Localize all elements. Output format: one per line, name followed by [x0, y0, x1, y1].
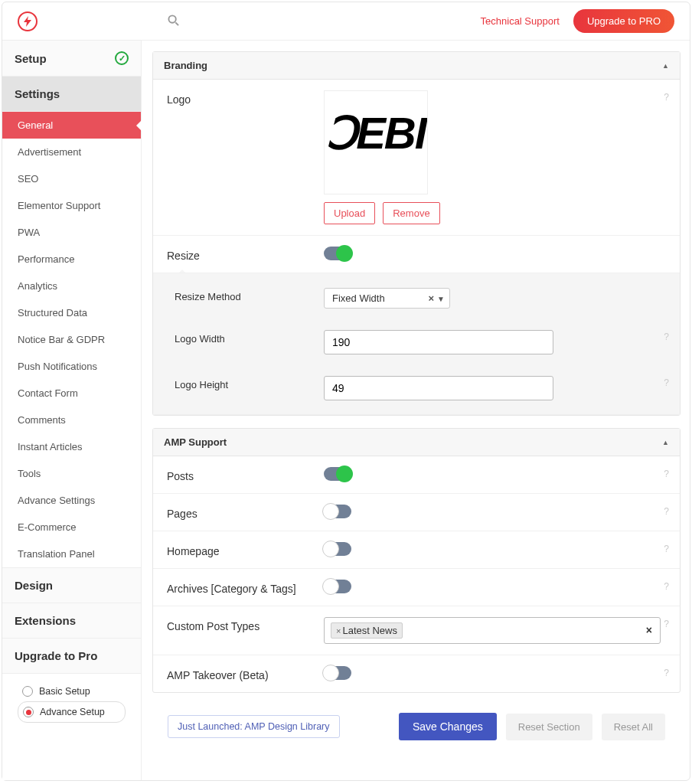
resize-label: Resize — [167, 247, 324, 262]
chip-remove-icon[interactable]: × — [336, 626, 341, 635]
collapse-icon: ▲ — [662, 439, 669, 446]
help-icon[interactable]: ? — [664, 469, 669, 479]
help-icon[interactable]: ? — [664, 506, 669, 517]
radio-basic-label: Basic Setup — [39, 686, 90, 697]
sidebar-item-general[interactable]: General — [2, 112, 141, 139]
clear-icon[interactable]: × — [428, 292, 434, 304]
takeover-toggle[interactable] — [324, 666, 351, 680]
footer: Just Launched: AMP Design Library Save C… — [152, 705, 681, 753]
pages-label: Pages — [167, 505, 324, 520]
topbar: Technical Support Upgrade to PRO — [2, 2, 690, 41]
settings-submenu: General Advertisement SEO Elementor Supp… — [2, 112, 141, 568]
sidebar-item-comments[interactable]: Comments — [2, 407, 141, 433]
save-button[interactable]: Save Changes — [399, 713, 497, 740]
sidebar-item-push-notifications[interactable]: Push Notifications — [2, 353, 141, 380]
reset-section-button[interactable]: Reset Section — [506, 714, 592, 740]
sidebar-upgrade-pro-link[interactable]: Upgrade to Pro — [2, 639, 141, 674]
logo-width-input[interactable] — [324, 330, 553, 354]
sidebar-item-performance[interactable]: Performance — [2, 246, 141, 273]
sidebar: Setup ✓ Settings General Advertisement S… — [2, 41, 142, 780]
amp-support-card: AMP Support ▲ Posts ? Pages ? Homepage ? — [152, 428, 681, 693]
resize-method-value: Fixed Width — [332, 292, 385, 304]
logo-height-label: Logo Height — [175, 376, 324, 400]
custom-post-types-label: Custom Post Types — [167, 617, 324, 644]
radio-icon — [23, 707, 34, 717]
logo-label: Logo — [167, 90, 324, 224]
resize-row: Resize — [153, 236, 680, 273]
sidebar-item-structured-data[interactable]: Structured Data — [2, 299, 141, 326]
help-icon[interactable]: ? — [664, 619, 669, 629]
sidebar-settings-heading[interactable]: Settings — [2, 77, 141, 112]
sidebar-setup-label: Setup — [15, 52, 47, 65]
remove-button[interactable]: Remove — [383, 202, 439, 224]
clear-all-icon[interactable]: × — [646, 624, 652, 636]
sidebar-settings-label: Settings — [15, 87, 60, 100]
app-logo-icon — [18, 11, 38, 31]
branding-title: Branding — [164, 60, 207, 71]
logo-image: ƆEBI — [326, 107, 426, 159]
upload-button[interactable]: Upload — [324, 202, 375, 224]
homepage-label: Homepage — [167, 542, 324, 557]
pages-toggle[interactable] — [324, 505, 351, 518]
check-icon: ✓ — [115, 51, 129, 65]
sidebar-item-ecommerce[interactable]: E-Commerce — [2, 514, 141, 541]
posts-toggle[interactable] — [324, 467, 351, 481]
sidebar-item-contact-form[interactable]: Contact Form — [2, 380, 141, 407]
svg-line-1 — [175, 22, 178, 25]
radio-advance-label: Advance Setup — [40, 707, 105, 717]
sidebar-item-advance-settings[interactable]: Advance Settings — [2, 487, 141, 514]
branding-card-header[interactable]: Branding ▲ — [153, 52, 680, 80]
sidebar-item-pwa[interactable]: PWA — [2, 219, 141, 246]
branding-card: Branding ▲ Logo ƆEBI Upload Remove ? — [152, 51, 681, 416]
resize-subsection: Resize Method Fixed Width × ▼ Logo Width — [153, 273, 680, 415]
sidebar-item-instant-articles[interactable]: Instant Articles — [2, 433, 141, 460]
resize-method-select[interactable]: Fixed Width × ▼ — [324, 288, 450, 309]
search-icon[interactable] — [168, 15, 179, 28]
help-icon[interactable]: ? — [664, 544, 669, 554]
help-icon[interactable]: ? — [664, 377, 669, 388]
amp-card-header[interactable]: AMP Support ▲ — [153, 429, 680, 456]
archives-label: Archives [Category & Tags] — [167, 580, 324, 595]
radio-basic-setup[interactable]: Basic Setup — [18, 681, 126, 701]
sidebar-design-link[interactable]: Design — [2, 568, 141, 603]
chevron-down-icon: ▼ — [437, 295, 445, 303]
sidebar-item-notice-bar[interactable]: Notice Bar & GDPR — [2, 326, 141, 353]
help-icon[interactable]: ? — [664, 332, 669, 342]
homepage-toggle[interactable] — [324, 542, 351, 556]
help-icon[interactable]: ? — [664, 668, 669, 678]
custom-post-types-field[interactable]: × Latest News × — [324, 617, 661, 644]
resize-method-label: Resize Method — [175, 288, 324, 309]
sidebar-item-advertisement[interactable]: Advertisement — [2, 139, 141, 165]
technical-support-link[interactable]: Technical Support — [481, 15, 560, 27]
help-icon[interactable]: ? — [664, 92, 669, 103]
radio-advance-setup[interactable]: Advance Setup — [18, 701, 126, 723]
help-icon[interactable]: ? — [664, 581, 669, 592]
sidebar-item-elementor[interactable]: Elementor Support — [2, 192, 141, 219]
logo-width-label: Logo Width — [175, 330, 324, 354]
takeover-label: AMP Takeover (Beta) — [167, 666, 324, 681]
custom-post-types-chip[interactable]: × Latest News — [331, 622, 403, 639]
sidebar-item-seo[interactable]: SEO — [2, 165, 141, 192]
chip-label: Latest News — [342, 625, 397, 636]
logo-row: Logo ƆEBI Upload Remove ? — [153, 80, 680, 236]
logo-height-input[interactable] — [324, 376, 553, 400]
reset-all-button[interactable]: Reset All — [602, 714, 665, 740]
sidebar-setup-heading[interactable]: Setup ✓ — [2, 41, 141, 77]
main-panel: Branding ▲ Logo ƆEBI Upload Remove ? — [142, 41, 690, 780]
sidebar-extensions-link[interactable]: Extensions — [2, 603, 141, 639]
posts-label: Posts — [167, 467, 324, 482]
sidebar-item-tools[interactable]: Tools — [2, 460, 141, 487]
sidebar-item-analytics[interactable]: Analytics — [2, 273, 141, 299]
logo-preview[interactable]: ƆEBI — [324, 90, 428, 194]
amp-title: AMP Support — [164, 436, 227, 448]
upgrade-pro-button[interactable]: Upgrade to PRO — [573, 9, 674, 33]
just-launched-banner[interactable]: Just Launched: AMP Design Library — [168, 715, 340, 738]
radio-icon — [22, 686, 33, 697]
archives-toggle[interactable] — [324, 580, 351, 593]
collapse-icon: ▲ — [662, 62, 669, 70]
svg-point-0 — [168, 15, 175, 22]
resize-toggle[interactable] — [324, 247, 351, 260]
sidebar-item-translation-panel[interactable]: Translation Panel — [2, 541, 141, 567]
